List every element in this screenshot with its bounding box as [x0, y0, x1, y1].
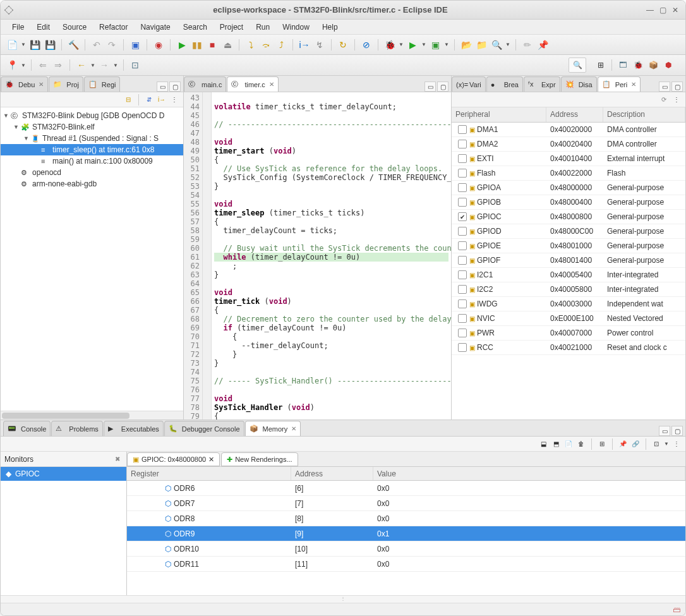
peripheral-row[interactable]: ▣I2C10x40005400Inter-integrated [452, 268, 685, 282]
checkbox[interactable]: ✔ [458, 212, 467, 221]
maximize-icon[interactable]: ▢ [671, 82, 683, 92]
resume-button[interactable]: ▶ [176, 39, 188, 51]
coverage-button[interactable]: ▣ [429, 39, 442, 51]
checkbox[interactable] [458, 343, 467, 352]
close-icon[interactable]: ✕ [269, 81, 274, 88]
link-icon[interactable]: ⇵ [144, 95, 154, 105]
left-tab-1[interactable]: 📁Proj [49, 76, 83, 92]
step-into-button[interactable]: ⤵ [244, 39, 257, 51]
show-in-button[interactable]: ⊡ [129, 59, 141, 71]
minimize-icon[interactable]: ▭ [659, 426, 670, 436]
next-edit-button[interactable]: ⇒ [52, 59, 64, 71]
register-row[interactable]: ⬡ODR6[6]0x0 [127, 481, 685, 496]
peripheral-table[interactable]: ▣DMA10x40020000DMA controller▣DMA20x4002… [452, 123, 685, 420]
highlight-button[interactable]: ✏ [521, 39, 534, 51]
peripheral-row[interactable]: ▣GPIOF0x48001400General-purpose [452, 253, 685, 268]
drop-to-frame-button[interactable]: ↯ [313, 39, 326, 51]
pin-editor-button[interactable]: 📍 [6, 59, 18, 71]
monitor-item[interactable]: ◆ GPIOC [1, 467, 126, 481]
minimize-icon[interactable]: ▭ [424, 82, 436, 92]
checkbox[interactable] [458, 299, 467, 308]
tree-row[interactable]: ▼ⓒSTM32F0-Blink Debug [GDB OpenOCD D [1, 110, 183, 121]
minimize-button[interactable]: — [645, 5, 655, 15]
forward-button[interactable]: → [98, 59, 111, 71]
pin-memory-button[interactable]: 📌 [618, 439, 628, 449]
menu-navigate[interactable]: Navigate [134, 20, 176, 34]
checkbox[interactable] [458, 169, 467, 178]
save-all-button[interactable]: 💾 [44, 39, 56, 51]
register-row[interactable]: ⬡ODR9[9]0x1 [127, 526, 685, 541]
peripheral-row[interactable]: ▣RCC0x40021000Reset and clock c [452, 341, 685, 355]
maximize-icon[interactable]: ▢ [437, 82, 448, 92]
register-row[interactable]: ⬡ODR11[11]0x0 [127, 557, 685, 572]
open-perspective-button[interactable]: ⊞ [594, 58, 608, 72]
checkbox[interactable] [458, 154, 467, 163]
debug-button[interactable]: 🐞 [383, 39, 396, 51]
peripheral-row[interactable]: ▣GPIOB0x48000400General-purpose [452, 195, 685, 210]
link-memory-button[interactable]: 🔗 [630, 439, 641, 449]
bottom-tab-0[interactable]: 📟Console [3, 421, 51, 436]
menu-source[interactable]: Source [56, 20, 93, 34]
peripheral-row[interactable]: ▣Flash0x40022000Flash [452, 166, 685, 181]
peripheral-row[interactable]: ✔▣GPIOC0x48000800General-purpose [452, 210, 685, 224]
left-tab-2[interactable]: 📋Regi [84, 76, 121, 92]
memory-tab-gpioc[interactable]: ▣ GPIOC: 0x48000800 ✕ [127, 452, 220, 466]
minimize-icon[interactable]: ▭ [659, 82, 670, 92]
right-tab-0[interactable]: (x)=Vari [452, 76, 486, 92]
close-icon[interactable]: ✕ [208, 456, 214, 464]
menu-window[interactable]: Window [276, 20, 316, 34]
new-renderings-tab[interactable]: ✚ New Renderings... [221, 452, 298, 466]
perspective-git[interactable]: ⬢ [661, 58, 675, 72]
memory-register-table[interactable]: ⬡ODR6[6]0x0⬡ODR7[7]0x0⬡ODR8[8]0x0⬡ODR9[9… [127, 481, 685, 572]
step-over-button[interactable]: ⤼ [260, 39, 272, 51]
clear-button[interactable]: 🗑 [576, 439, 586, 449]
checkbox[interactable] [458, 125, 467, 134]
register-row[interactable]: ⬡ODR7[7]0x0 [127, 496, 685, 511]
checkbox[interactable] [458, 270, 467, 279]
tree-row[interactable]: ≡main() at main.c:100 0x80009 [1, 155, 183, 167]
menu-project[interactable]: Project [214, 20, 250, 34]
peripheral-row[interactable]: ▣DMA10x40020000DMA controller [452, 123, 685, 137]
run-button[interactable]: ▶ [406, 39, 419, 51]
undo-button[interactable]: ↶ [90, 39, 103, 51]
toggle-block-button[interactable]: ▣ [129, 39, 141, 51]
prev-edit-button[interactable]: ⇐ [37, 59, 49, 71]
step-return-button[interactable]: ⤴ [275, 39, 287, 51]
menu-help[interactable]: Help [316, 20, 344, 34]
step-filter-icon[interactable]: i→ [157, 95, 167, 105]
right-tab-4[interactable]: 📋Peri✕ [598, 76, 641, 92]
import-button[interactable]: ⬓ [538, 439, 548, 449]
perspective-cpp[interactable]: 🗔 [616, 58, 630, 72]
remove-monitor-button[interactable]: ✖ [112, 454, 123, 464]
peripheral-row[interactable]: ▣PWR0x40007000Power control [452, 326, 685, 341]
peripheral-row[interactable]: ▣GPIOA0x48000000General-purpose [452, 181, 685, 195]
peripheral-row[interactable]: ▣GPIOE0x48001000General-purpose [452, 239, 685, 253]
checkbox[interactable] [458, 198, 467, 207]
disconnect-button[interactable]: ⏏ [221, 39, 234, 51]
refresh-icon[interactable]: ⟳ [659, 95, 669, 105]
right-tab-1[interactable]: ●Brea [486, 76, 523, 92]
tree-row[interactable]: ▼🧵Thread #1 (Suspended : Signal : S [1, 133, 183, 144]
right-tab-2[interactable]: ᶠxExpr [524, 76, 560, 92]
tree-row[interactable]: ≡timer_sleep() at timer.c:61 0x8 [1, 144, 183, 155]
tree-row[interactable]: ⚙arm-none-eabi-gdb [1, 178, 183, 190]
new-folder-button[interactable]: 📁 [475, 39, 488, 51]
checkbox[interactable] [458, 227, 467, 236]
instruction-step-button[interactable]: i→ [298, 39, 311, 51]
close-icon[interactable]: ✕ [39, 81, 44, 88]
tree-row[interactable]: ▼🧩STM32F0-Blink.elf [1, 121, 183, 133]
quick-access-search[interactable]: 🔍 [569, 57, 586, 73]
suspend-button[interactable]: ▮▮ [191, 39, 203, 51]
code-editor[interactable]: 4344454647484950515253545556575859606162… [184, 92, 451, 420]
peripheral-row[interactable]: ▣DMA20x40020400DMA controller [452, 137, 685, 152]
register-row[interactable]: ⬡ODR8[8]0x0 [127, 511, 685, 526]
peripheral-row[interactable]: ▣NVIC0xE000E100Nested Vectored [452, 311, 685, 326]
right-tab-3[interactable]: 💥Disa [561, 76, 597, 92]
save-button[interactable]: 💾 [28, 39, 41, 51]
peripheral-row[interactable]: ▣IWDG0x40003000Independent wat [452, 297, 685, 311]
view-menu-icon[interactable]: ⋮ [671, 95, 682, 105]
menu-edit[interactable]: Edit [30, 20, 56, 34]
bottom-tab-2[interactable]: ▶Executables [104, 421, 164, 436]
checkbox[interactable] [458, 241, 467, 250]
menu-search[interactable]: Search [177, 20, 214, 34]
